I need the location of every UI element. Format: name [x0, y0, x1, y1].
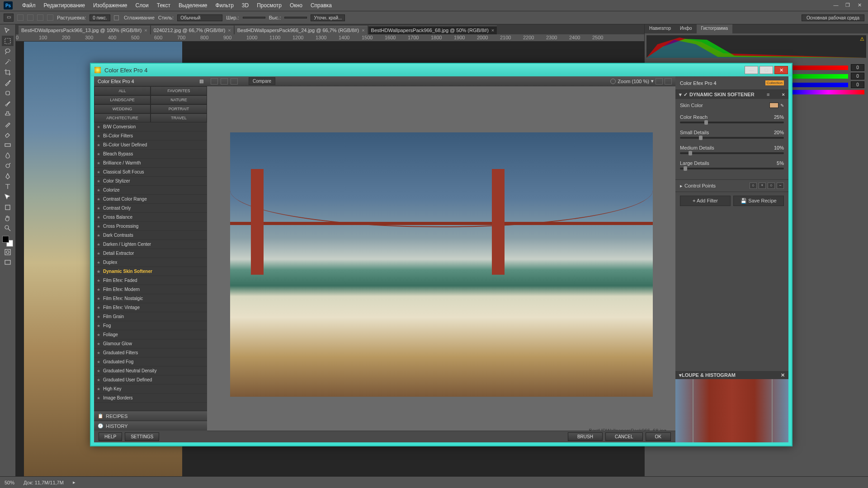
- star-icon[interactable]: ★: [97, 143, 100, 147]
- control-points-row[interactable]: ▸ Control Points ○ + ○ −: [675, 179, 788, 192]
- filter-item[interactable]: ★Film Grain: [94, 312, 207, 321]
- eyedropper-tool-icon[interactable]: [2, 77, 14, 88]
- filter-item[interactable]: ★High Key: [94, 385, 207, 394]
- star-icon[interactable]: ★: [97, 351, 100, 355]
- preview-image[interactable]: [230, 132, 653, 397]
- star-icon[interactable]: ★: [97, 278, 100, 283]
- opt-icon-3[interactable]: [37, 14, 43, 21]
- filter-item[interactable]: ★Cross Processing: [94, 222, 207, 231]
- feather-input[interactable]: 0 пикс.: [90, 14, 110, 21]
- star-icon[interactable]: ★: [97, 251, 100, 256]
- workspace-select[interactable]: Основная рабочая среда: [802, 14, 864, 21]
- star-icon[interactable]: ★: [97, 125, 100, 129]
- color-swatch[interactable]: [2, 236, 13, 247]
- filter-item[interactable]: ★Foliage: [94, 330, 207, 339]
- zoom-tool-icon[interactable]: [2, 223, 14, 233]
- hand-tool-icon[interactable]: [2, 212, 14, 223]
- doc-tab-0[interactable]: BestHDWallpapersPack966_13.jpg @ 100% (R…: [19, 26, 150, 34]
- filter-item[interactable]: ★Film Efex: Faded: [94, 276, 207, 285]
- menu-select[interactable]: Выделение: [175, 2, 212, 9]
- view-single-icon[interactable]: [211, 78, 218, 84]
- save-recipe-button[interactable]: 💾 Save Recipe: [733, 196, 784, 206]
- star-icon[interactable]: ★: [97, 215, 100, 220]
- medium-details-slider[interactable]: [680, 152, 784, 154]
- path-tool-icon[interactable]: [2, 192, 14, 202]
- filter-item[interactable]: ★Graduated Fog: [94, 357, 207, 366]
- star-icon[interactable]: ★: [97, 197, 100, 202]
- filter-item[interactable]: ★Graduated Filters: [94, 348, 207, 357]
- eyedropper-icon[interactable]: ✎: [780, 103, 784, 108]
- close-icon[interactable]: ×: [228, 28, 231, 33]
- menu-help[interactable]: Справка: [307, 2, 336, 9]
- compare-button[interactable]: Compare: [249, 77, 275, 85]
- filter-item[interactable]: ★Image Borders: [94, 394, 207, 403]
- filter-item[interactable]: ★Dynamic Skin Softener: [94, 267, 207, 276]
- star-icon[interactable]: ★: [97, 224, 100, 229]
- refine-edge-button[interactable]: Уточн. край...: [311, 14, 345, 21]
- list-view-icon[interactable]: ▤: [199, 79, 203, 84]
- zoom-icon[interactable]: [610, 79, 616, 84]
- wand-tool-icon[interactable]: [2, 56, 14, 67]
- category-landscape[interactable]: LANDSCAPE: [94, 95, 151, 104]
- star-icon[interactable]: ★: [97, 242, 100, 247]
- filter-item[interactable]: ★Graduated User Defined: [94, 375, 207, 385]
- filter-item[interactable]: ★Bi-Color User Defined: [94, 141, 207, 150]
- cp-plus-icon[interactable]: +: [759, 183, 766, 189]
- close-icon[interactable]: ✕: [774, 66, 788, 74]
- filter-item[interactable]: ★Duplex: [94, 258, 207, 267]
- cp-add-plus-icon[interactable]: ○: [750, 183, 757, 189]
- filter-menu-icon[interactable]: ≡: [767, 92, 769, 97]
- filter-item[interactable]: ★Dark Contrasts: [94, 231, 207, 240]
- expand-icon[interactable]: ▸: [680, 183, 683, 189]
- category-wedding[interactable]: WEDDING: [94, 104, 151, 113]
- menu-view[interactable]: Просмотр: [253, 2, 286, 9]
- filter-close-icon[interactable]: ×: [782, 92, 785, 97]
- filter-item[interactable]: ★Fog: [94, 321, 207, 330]
- star-icon[interactable]: ★: [97, 296, 100, 301]
- filter-item[interactable]: ★Colorize: [94, 186, 207, 195]
- filter-item[interactable]: ★Classical Soft Focus: [94, 168, 207, 177]
- antialias-checkbox[interactable]: [114, 15, 119, 20]
- pin-icon[interactable]: ✕: [781, 372, 785, 378]
- collapse-icon[interactable]: ▾: [679, 92, 682, 98]
- star-icon[interactable]: ★: [97, 233, 100, 238]
- red-value[interactable]: 0: [851, 64, 864, 71]
- history-section[interactable]: 🕘HISTORY: [94, 421, 207, 431]
- star-icon[interactable]: ★: [97, 260, 100, 265]
- move-tool-icon[interactable]: [2, 25, 14, 36]
- zoom-label[interactable]: Zoom (100 %): [618, 79, 649, 84]
- filter-item[interactable]: ★Detail Extractor: [94, 249, 207, 258]
- filter-item[interactable]: ★Brilliance / Warmth: [94, 159, 207, 168]
- ps-close-icon[interactable]: ✕: [854, 2, 864, 9]
- cancel-button[interactable]: CANCEL: [605, 432, 643, 441]
- star-icon[interactable]: ★: [97, 314, 100, 319]
- loupe-header[interactable]: ▾ LOUPE & HISTOGRAM ✕: [675, 371, 788, 379]
- category-favorites[interactable]: FAVORITES: [151, 86, 207, 95]
- ok-button[interactable]: OK: [646, 432, 671, 441]
- cp-minus-icon[interactable]: −: [777, 183, 784, 189]
- cp-add-minus-icon[interactable]: ○: [768, 183, 775, 189]
- star-icon[interactable]: ★: [97, 360, 100, 364]
- check-icon[interactable]: ✓: [684, 92, 688, 98]
- marquee-tool-icon[interactable]: ▭: [4, 14, 14, 22]
- category-architecture[interactable]: ARCHITECTURE: [94, 113, 151, 122]
- minimize-icon[interactable]: —: [745, 66, 758, 74]
- quickmask-icon[interactable]: [2, 247, 14, 257]
- menu-file[interactable]: Файл: [18, 2, 40, 9]
- help-button[interactable]: HELP: [99, 432, 122, 441]
- star-icon[interactable]: ★: [97, 305, 100, 310]
- crop-tool-icon[interactable]: [2, 67, 14, 77]
- width-input[interactable]: [243, 17, 265, 19]
- style-select[interactable]: Обычный: [177, 14, 222, 21]
- menu-layers[interactable]: Слои: [132, 2, 153, 9]
- small-details-slider[interactable]: [680, 137, 784, 139]
- pen-tool-icon[interactable]: [2, 171, 14, 181]
- ps-restore-icon[interactable]: ❐: [843, 2, 853, 9]
- star-icon[interactable]: ★: [97, 188, 100, 192]
- menu-text[interactable]: Текст: [153, 2, 175, 9]
- eraser-tool-icon[interactable]: [2, 129, 14, 140]
- opt-icon-2[interactable]: [27, 14, 33, 21]
- screenmode-icon[interactable]: [2, 257, 14, 267]
- lasso-tool-icon[interactable]: [2, 46, 14, 56]
- view-side-icon[interactable]: [231, 78, 238, 84]
